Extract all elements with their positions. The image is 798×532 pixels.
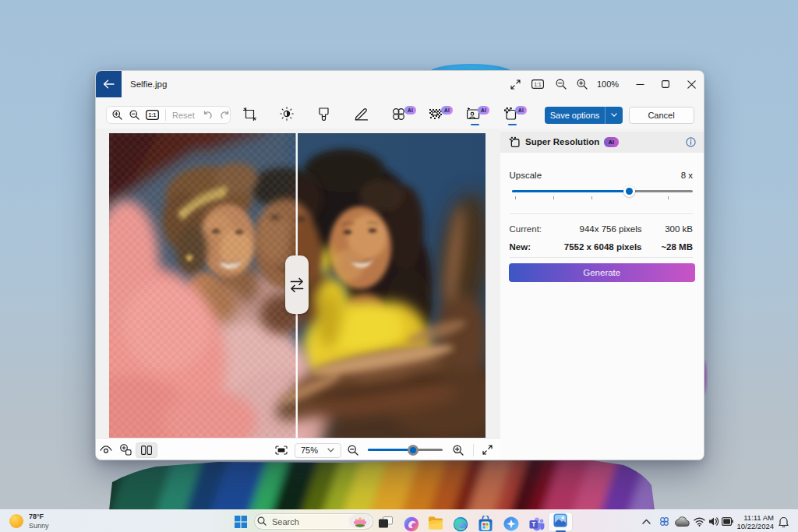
svg-text:1:1: 1:1 [149,112,157,118]
svg-text:T: T [531,520,536,528]
svg-text:1:1: 1:1 [535,82,542,87]
